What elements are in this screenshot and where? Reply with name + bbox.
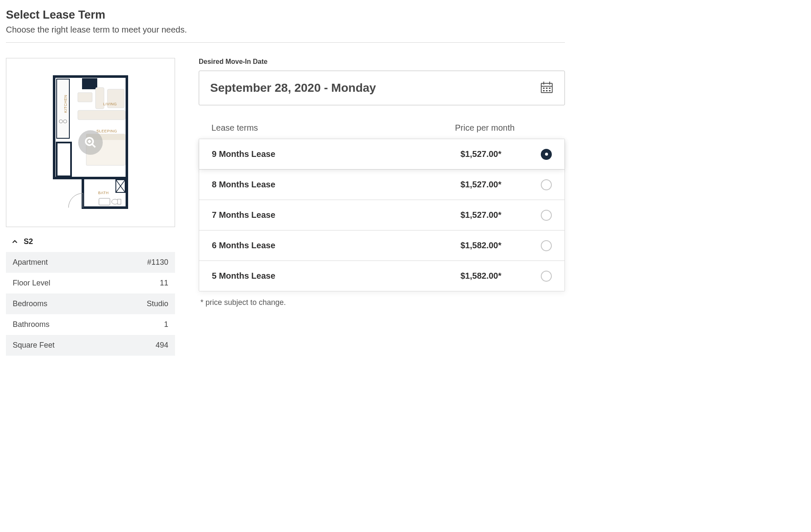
lease-option-term: 6 Months Lease bbox=[212, 241, 460, 250]
svg-text:BATH: BATH bbox=[98, 191, 109, 195]
lease-option-row[interactable]: 8 Months Lease$1,527.00* bbox=[199, 169, 564, 200]
lease-header-price: Price per month bbox=[455, 123, 552, 133]
lease-option-price: $1,527.00* bbox=[460, 149, 532, 159]
lease-option-radio[interactable] bbox=[541, 271, 552, 282]
unit-detail-label: Bedrooms bbox=[13, 299, 47, 308]
lease-table-headers: Lease terms Price per month bbox=[199, 123, 565, 139]
unit-detail-value: 11 bbox=[160, 279, 168, 288]
lease-header-term: Lease terms bbox=[211, 123, 455, 133]
unit-detail-row: Square Feet494 bbox=[6, 335, 175, 356]
svg-text:SLEEPING: SLEEPING bbox=[96, 129, 117, 133]
unit-detail-label: Floor Level bbox=[13, 279, 50, 288]
lease-option-radio[interactable] bbox=[541, 149, 552, 160]
svg-rect-18 bbox=[99, 198, 110, 205]
lease-option-row[interactable]: 5 Months Lease$1,582.00* bbox=[199, 261, 564, 291]
calendar-icon bbox=[540, 80, 553, 96]
lease-option-term: 7 Months Lease bbox=[212, 210, 460, 220]
unit-detail-value: #1130 bbox=[147, 258, 168, 267]
lease-option-radio[interactable] bbox=[541, 179, 552, 190]
lease-option-term: 8 Months Lease bbox=[212, 180, 460, 189]
unit-details-table: Apartment#1130Floor Level11BedroomsStudi… bbox=[6, 252, 175, 356]
unit-code: S2 bbox=[24, 237, 33, 246]
divider bbox=[6, 42, 565, 43]
svg-rect-17 bbox=[118, 199, 121, 204]
floorplan-card: KITCHEN LIVING SLEEPING BATH bbox=[6, 58, 175, 227]
svg-rect-33 bbox=[549, 88, 551, 89]
svg-rect-31 bbox=[543, 88, 545, 89]
svg-rect-36 bbox=[549, 90, 551, 91]
svg-rect-4 bbox=[82, 78, 97, 89]
unit-detail-row: Bathrooms1 bbox=[6, 314, 175, 335]
svg-text:LIVING: LIVING bbox=[103, 102, 117, 106]
move-in-date-value: September 28, 2020 - Monday bbox=[210, 81, 376, 95]
unit-detail-label: Apartment bbox=[13, 258, 48, 267]
svg-rect-6 bbox=[96, 88, 104, 109]
svg-rect-5 bbox=[78, 93, 92, 102]
unit-detail-label: Square Feet bbox=[13, 341, 55, 350]
svg-rect-34 bbox=[543, 90, 545, 91]
unit-detail-row: Apartment#1130 bbox=[6, 252, 175, 273]
lease-option-price: $1,582.00* bbox=[460, 271, 532, 281]
unit-detail-value: 494 bbox=[156, 341, 168, 350]
lease-option-price: $1,527.00* bbox=[460, 180, 532, 189]
unit-toggle[interactable]: S2 bbox=[12, 237, 175, 246]
price-footnote: * price subject to change. bbox=[200, 298, 565, 307]
svg-rect-35 bbox=[546, 90, 548, 91]
page-subtitle: Choose the right lease term to meet your… bbox=[6, 25, 565, 35]
lease-option-price: $1,582.00* bbox=[460, 241, 532, 250]
unit-detail-label: Bathrooms bbox=[13, 320, 49, 329]
magnify-plus-icon bbox=[84, 136, 97, 149]
svg-line-24 bbox=[92, 144, 96, 148]
lease-option-radio[interactable] bbox=[541, 240, 552, 251]
svg-text:KITCHEN: KITCHEN bbox=[63, 95, 68, 113]
svg-rect-32 bbox=[546, 88, 548, 89]
unit-detail-value: 1 bbox=[164, 320, 168, 329]
lease-option-row[interactable]: 9 Months Lease$1,527.00* bbox=[199, 139, 564, 169]
lease-option-row[interactable]: 6 Months Lease$1,582.00* bbox=[199, 230, 564, 261]
unit-detail-row: Floor Level11 bbox=[6, 273, 175, 293]
lease-options-table: 9 Months Lease$1,527.00*8 Months Lease$1… bbox=[199, 139, 565, 291]
lease-option-term: 5 Months Lease bbox=[212, 271, 460, 281]
unit-detail-value: Studio bbox=[147, 299, 168, 308]
lease-option-row[interactable]: 7 Months Lease$1,527.00* bbox=[199, 200, 564, 230]
chevron-up-icon bbox=[12, 239, 18, 245]
lease-option-term: 9 Months Lease bbox=[212, 149, 460, 159]
move-in-label: Desired Move-In Date bbox=[199, 58, 565, 66]
lease-option-radio[interactable] bbox=[541, 210, 552, 221]
svg-rect-11 bbox=[57, 143, 71, 176]
lease-option-price: $1,527.00* bbox=[460, 210, 532, 220]
zoom-floorplan-button[interactable] bbox=[78, 130, 103, 155]
svg-rect-8 bbox=[78, 110, 125, 120]
unit-detail-row: BedroomsStudio bbox=[6, 293, 175, 314]
page-title: Select Lease Term bbox=[6, 8, 565, 22]
move-in-date-picker[interactable]: September 28, 2020 - Monday bbox=[199, 71, 565, 105]
